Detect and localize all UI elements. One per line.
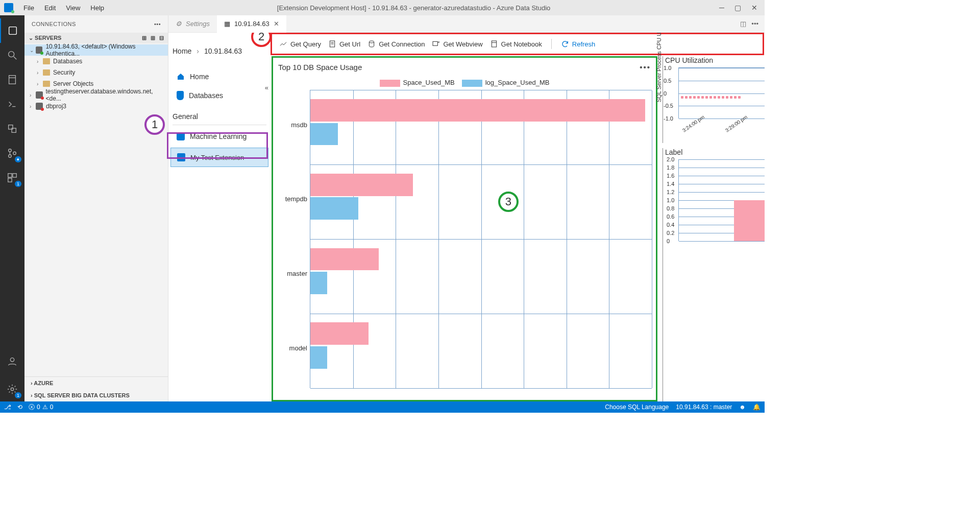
activity-search[interactable] (0, 43, 24, 67)
legend-swatch (462, 80, 482, 87)
collapse-icon[interactable]: ⊟ (159, 35, 164, 41)
server-icon: ▦ (224, 20, 230, 28)
extension-icon (177, 153, 185, 161)
activity-notebooks[interactable] (0, 67, 24, 92)
bar-chart: msdb tempdb master model 3 (310, 90, 652, 388)
editor-tabs: ⚙ Settings ▦ 10.91.84.63 ✕ ◫ ••• (168, 15, 765, 33)
activity-explorer[interactable] (0, 116, 24, 141)
menu-view[interactable]: View (62, 2, 84, 14)
label-bar (734, 200, 765, 241)
status-branch[interactable]: ⎇ (4, 404, 11, 411)
x-tick: 3:24:00 pm (681, 114, 705, 133)
chart-legend: Space_Used_MB log_Space_Used_MB (277, 75, 652, 90)
nav-machine-learning[interactable]: Machine Learning (168, 127, 271, 146)
activity-settings[interactable]: 1 (0, 377, 24, 401)
callout-1: 1 (144, 114, 165, 135)
sidebar-section-azure[interactable]: › AZURE (24, 377, 168, 389)
get-notebook-button[interactable]: Get Notebook (490, 40, 542, 48)
get-url-button[interactable]: Get Url (328, 40, 360, 48)
refresh-button[interactable]: Refresh (561, 40, 596, 48)
svg-rect-11 (8, 174, 12, 177)
tab-server-dashboard[interactable]: ▦ 10.91.84.63 ✕ (217, 15, 286, 33)
sidebar: CONNECTIONS ••• ⌄ SERVERS ⊞ ⊞ ⊟ ⌄10.91.8… (24, 15, 168, 401)
editor-content: Home › 10.91.84.63 Home Databases Genera… (168, 33, 765, 401)
widget-cpu: CPU Utilization SQL Server Process CPU U… (663, 56, 765, 143)
get-connection-button[interactable]: Get Connection (368, 40, 425, 48)
menu-edit[interactable]: Edit (40, 2, 60, 14)
cpu-data-points (681, 92, 763, 100)
widget-db-space: Top 10 DB Space Usage ••• Space_Used_MB … (272, 56, 657, 401)
tree-node-server[interactable]: ⌄10.91.84.63, <default> (Windows Authent… (24, 44, 168, 56)
status-problems[interactable]: ⓧ 0 ⚠ 0 (29, 403, 53, 412)
activity-account[interactable] (0, 349, 24, 374)
close-tab-icon[interactable]: ✕ (274, 20, 279, 28)
svg-line-2 (14, 57, 17, 60)
tree-node-security[interactable]: ›Security (24, 67, 168, 78)
activity-source-control[interactable]: ● (0, 141, 24, 165)
svg-rect-13 (8, 178, 12, 182)
sidebar-title: CONNECTIONS (32, 21, 76, 27)
activity-terminal[interactable] (0, 92, 24, 116)
editor-more-icon[interactable]: ••• (751, 20, 758, 28)
chart-category: tempdb (278, 195, 307, 203)
widget-menu-icon[interactable]: ••• (640, 63, 651, 72)
svg-point-1 (9, 52, 14, 57)
activity-bar: ● 1 1 (0, 15, 24, 401)
status-bell-icon[interactable]: 🔔 (753, 404, 761, 411)
title-bar: File Edit View Help [Extension Developme… (0, 0, 765, 15)
chart-category: master (278, 270, 307, 277)
svg-point-9 (9, 155, 12, 158)
side-widgets: CPU Utilization SQL Server Process CPU U… (663, 56, 765, 401)
get-webview-button[interactable]: Get Webview (432, 40, 482, 48)
menu-help[interactable]: Help (86, 2, 108, 14)
sidebar-section-servers[interactable]: ⌄ SERVERS ⊞ ⊞ ⊟ (24, 33, 168, 43)
new-connection-icon[interactable]: ⊞ (142, 35, 146, 41)
close-button[interactable]: ✕ (751, 4, 757, 12)
widget-title: Top 10 DB Space Usage (278, 63, 362, 72)
nav-home[interactable]: Home (168, 67, 271, 86)
get-query-button[interactable]: Get Query (279, 40, 321, 48)
status-language[interactable]: Choose SQL Language (605, 404, 669, 411)
nav-databases[interactable]: Databases (168, 86, 271, 105)
sidebar-more-icon[interactable]: ••• (154, 21, 161, 27)
separator (551, 39, 552, 49)
widget-title: CPU Utilization (665, 56, 765, 64)
minimize-button[interactable]: ─ (719, 4, 724, 12)
app-icon (4, 3, 13, 12)
widget-title: Label (665, 148, 765, 156)
svg-point-15 (11, 388, 14, 391)
tree-node-server[interactable]: ›dbproj3 (24, 101, 168, 112)
menu-file[interactable]: File (19, 2, 38, 14)
tree-node-databases[interactable]: ›Databases (24, 56, 168, 67)
status-connection[interactable]: 10.91.84.63 : master (676, 404, 732, 411)
activity-connections[interactable] (0, 18, 24, 43)
svg-rect-21 (492, 41, 496, 47)
sidebar-section-bigdata[interactable]: › SQL SERVER BIG DATA CLUSTERS (24, 389, 168, 401)
svg-rect-12 (13, 174, 16, 177)
menu-bar: File Edit View Help (19, 2, 108, 14)
split-editor-icon[interactable]: ◫ (740, 20, 746, 28)
new-group-icon[interactable]: ⊞ (151, 35, 155, 41)
tree-node-server[interactable]: ›testingtheserver.database.windows.net, … (24, 89, 168, 101)
breadcrumb-home[interactable]: Home (173, 47, 191, 55)
main-layout: ● 1 1 CONNECTIONS ••• ⌄ SERVERS ⊞ ⊞ ⊟ ⌄1… (0, 15, 765, 401)
activity-extensions[interactable]: 1 (0, 165, 24, 190)
server-icon (36, 46, 43, 54)
y-axis-label: SQL Server Process CPU Utiliza (656, 33, 662, 102)
widgets-row: Top 10 DB Space Usage ••• Space_Used_MB … (271, 56, 765, 401)
nav-group-general: General (168, 105, 271, 124)
maximize-button[interactable]: ▢ (734, 4, 741, 12)
status-feedback-icon[interactable]: ☻ (739, 404, 746, 411)
server-icon (36, 91, 43, 99)
dashboard-pane: Get Query Get Url Get Connection Get Web… (271, 33, 765, 401)
status-sync[interactable]: ⟲ (17, 404, 22, 411)
widget-label: Label 2.0 1.8 1.6 1.4 1.2 1.0 0.8 0.6 0.… (663, 148, 765, 401)
collapse-nav-icon[interactable]: « (265, 84, 268, 91)
nav-my-test-extension[interactable]: My Test Extension (170, 148, 268, 167)
tab-settings[interactable]: ⚙ Settings (168, 15, 217, 32)
folder-icon (43, 58, 50, 64)
chart-category: msdb (278, 121, 307, 128)
callout-3: 3 (498, 192, 519, 212)
badge: ● (15, 156, 21, 162)
dashboard-nav: Home › 10.91.84.63 Home Databases Genera… (168, 33, 271, 401)
